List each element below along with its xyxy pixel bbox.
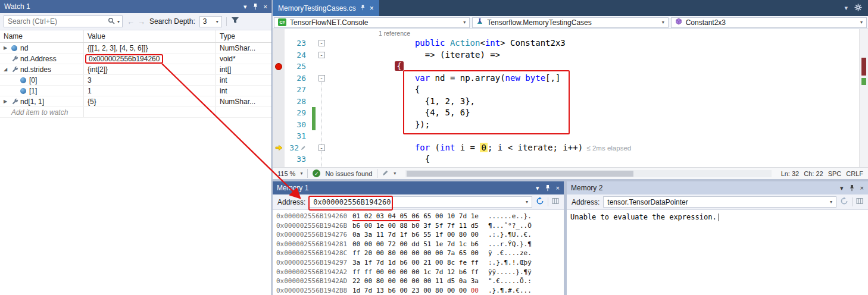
code-line[interactable]: 28{1, 2, 3},: [273, 96, 868, 108]
code-line[interactable]: 33{: [273, 153, 868, 165]
pencil-icon[interactable]: [382, 170, 389, 177]
refresh-icon[interactable]: [536, 197, 544, 207]
memory-row[interactable]: 0x000002556B19426001 02 03 04 05 06 65 0…: [276, 212, 564, 221]
expand-icon[interactable]: ▶: [4, 99, 11, 104]
breakpoint-margin[interactable]: [273, 37, 285, 49]
memory2-address-input[interactable]: tensor.TensorDataPointer ▾: [603, 196, 836, 208]
memory-bytes[interactable]: ff ff 00 00 00 00 1c 7d 12 b6 ff: [352, 268, 488, 277]
memory2-titlebar[interactable]: Memory 2 ▾ ×: [567, 181, 868, 194]
collapse-icon[interactable]: ◢: [4, 67, 11, 72]
fold-collapse-icon[interactable]: -: [319, 145, 325, 151]
memory-row[interactable]: 0x000002556B1942760a 3a 11 7d 1f b6 55 1…: [276, 230, 564, 240]
memory-bytes[interactable]: ff 20 00 80 00 00 00 00 7a 65 00: [352, 249, 488, 258]
breakpoint-margin[interactable]: [273, 61, 285, 73]
memory-row[interactable]: 0x000002556B19428100 00 00 72 00 dd 51 1…: [276, 240, 564, 249]
code-line[interactable]: 27{: [273, 84, 868, 96]
watch-row[interactable]: ◢nd.strides{int[2]}int[]: [0, 64, 271, 75]
breakpoint-margin[interactable]: [273, 119, 285, 131]
search-options-icon[interactable]: ▾: [117, 19, 120, 24]
pin-icon[interactable]: [545, 184, 551, 192]
memory1-rows[interactable]: 0x000002556B19426001 02 03 04 05 06 65 0…: [273, 210, 564, 295]
watch-row[interactable]: ▶nd{[[1, 2, 3], [4, 5, 6]]}NumShar...: [0, 43, 271, 54]
breakpoint-margin[interactable]: [273, 84, 285, 96]
memory-row[interactable]: 0x000002556B19428Cff 20 00 80 00 00 00 0…: [276, 249, 564, 258]
breakpoint-margin[interactable]: [273, 29, 285, 37]
watch-titlebar[interactable]: Watch 1 ▾ ×: [0, 0, 271, 13]
memory-row[interactable]: 0x000002556B1942AD22 00 80 00 00 00 00 1…: [276, 277, 564, 286]
column-indicator[interactable]: Ch: 22: [804, 170, 823, 177]
code-line[interactable]: 25{: [273, 61, 868, 73]
breakpoint-margin[interactable]: [273, 96, 285, 108]
window-menu-icon[interactable]: ▾: [840, 185, 844, 192]
column-header-name[interactable]: Name: [0, 30, 83, 42]
refresh-icon[interactable]: [840, 197, 848, 207]
column-header-value[interactable]: Value: [83, 30, 216, 42]
code-line[interactable]: 24-=> (iterate) =>: [273, 49, 868, 61]
pencil-dropdown-icon[interactable]: ▾: [394, 171, 396, 176]
tab-memorytestingcases[interactable]: MemoryTestingCases.cs ×: [273, 0, 379, 16]
code-area[interactable]: 1 reference23-public Action<int> Constan…: [273, 29, 868, 167]
fold-collapse-icon[interactable]: -: [319, 52, 325, 58]
current-statement-icon[interactable]: [273, 142, 285, 154]
watch-row[interactable]: [0]3int: [0, 75, 271, 86]
memory1-titlebar[interactable]: Memory 1 ▾ ×: [273, 181, 564, 194]
window-menu-icon[interactable]: ▾: [536, 185, 539, 192]
space-indicator[interactable]: SPC: [828, 170, 842, 177]
column-header-type[interactable]: Type: [216, 30, 271, 42]
watch-row[interactable]: ▶nd[1, 1]{5}NumShar...: [0, 96, 271, 107]
fold-collapse-icon[interactable]: -: [319, 40, 325, 46]
horizontal-scrollbar[interactable]: [405, 170, 771, 177]
watch-row[interactable]: nd.Address0x000002556b194260void*: [0, 54, 271, 64]
columns-icon[interactable]: [856, 197, 863, 206]
breakpoint-margin[interactable]: [273, 130, 285, 142]
tab-list-icon[interactable]: ▾: [844, 4, 848, 12]
memory-row[interactable]: 0x000002556B1942B81d 7d 13 b6 00 23 00 8…: [276, 286, 564, 295]
breakpoint-margin[interactable]: [273, 49, 285, 61]
horizontal-scrollbar-thumb[interactable]: [407, 171, 633, 177]
search-input[interactable]: [7, 17, 105, 26]
pin-icon[interactable]: [252, 3, 258, 10]
memory2-message-area[interactable]: Unable to evaluate the expression.: [567, 210, 868, 295]
line-indicator[interactable]: Ln: 32: [781, 170, 800, 177]
search-depth-select[interactable]: 3 ▾: [199, 16, 222, 27]
memory-bytes[interactable]: 00 00 00 72 00 dd 51 1e 7d 1c b6: [352, 240, 488, 249]
memory-bytes[interactable]: 1d 7d 13 b6 00 23 00 80 00 00 00: [352, 286, 488, 295]
code-line[interactable]: 30});: [273, 119, 868, 131]
memory-bytes[interactable]: 01 02 03 04 05 06 65 00 10 7d 1e: [352, 212, 488, 221]
memory-row[interactable]: 0x000002556B1942A2ff ff 00 00 00 00 1c 7…: [276, 268, 564, 277]
search-box[interactable]: ▾: [4, 15, 123, 27]
close-tab-icon[interactable]: ×: [370, 4, 374, 12]
filter-icon[interactable]: [231, 17, 239, 26]
zoom-dropdown-icon[interactable]: ▾: [300, 171, 302, 176]
search-icon[interactable]: [108, 17, 115, 26]
expand-icon[interactable]: ▶: [4, 45, 11, 51]
breakpoint-margin[interactable]: [273, 73, 285, 84]
watch-row[interactable]: [1]1int: [0, 86, 271, 96]
eol-indicator[interactable]: CRLF: [846, 170, 863, 177]
editor-scrollbar[interactable]: [859, 29, 868, 167]
code-line[interactable]: 29{4, 5, 6}: [273, 107, 868, 119]
memory-bytes[interactable]: 0a 3a 11 7d 1f b6 55 1f 00 80 00: [352, 230, 488, 240]
pin-tab-icon[interactable]: [360, 4, 366, 12]
memory-row[interactable]: 0x000002556B1942973a 1f 7d 1d b6 00 21 0…: [276, 258, 564, 268]
memory-row[interactable]: 0x000002556B19426Bb6 00 1e 00 88 b0 3f 5…: [276, 221, 564, 231]
code-line[interactable]: 26-var nd = np.array(new byte[,]: [273, 73, 868, 84]
issues-status[interactable]: No issues found: [325, 170, 372, 177]
memory-bytes[interactable]: 3a 1f 7d 1d b6 00 21 00 8c fe ff: [352, 258, 488, 268]
breakpoint-margin[interactable]: [273, 107, 285, 119]
zoom-level[interactable]: 115 %: [277, 170, 295, 177]
code-line[interactable]: 23-public Action<int> Constant2x3: [273, 37, 868, 49]
gear-icon[interactable]: [854, 4, 862, 12]
close-icon[interactable]: ×: [556, 185, 560, 192]
prev-result-icon[interactable]: ←: [127, 17, 135, 26]
breakpoint-margin[interactable]: [273, 153, 285, 165]
close-icon[interactable]: ×: [860, 185, 864, 192]
code-line[interactable]: 31: [273, 130, 868, 142]
window-menu-icon[interactable]: ▾: [243, 4, 247, 10]
watch-row[interactable]: Add item to watch: [0, 107, 271, 118]
project-dropdown[interactable]: C# TensorFlowNET.Console ▾: [274, 17, 470, 28]
columns-icon[interactable]: [552, 197, 559, 206]
memory-bytes[interactable]: b6 00 1e 00 88 b0 3f 5f 7f 11 d5: [352, 221, 488, 231]
class-dropdown[interactable]: Tensorflow.MemoryTestingCases ▾: [472, 17, 668, 28]
member-dropdown[interactable]: Constant2x3 ▾: [671, 17, 867, 28]
